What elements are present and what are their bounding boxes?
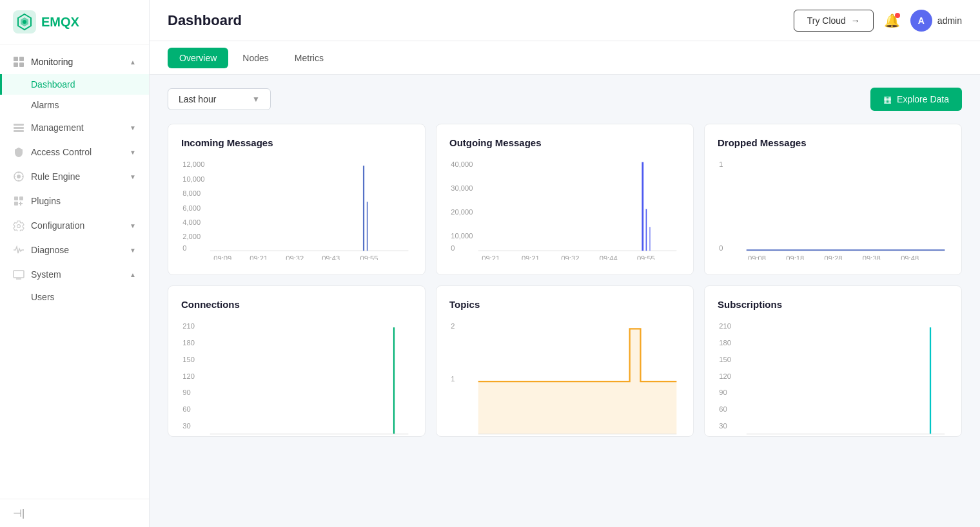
svg-text:210: 210 xyxy=(182,322,195,330)
nav-item-rule-engine[interactable]: Rule Engine ▼ xyxy=(0,164,149,189)
management-icon xyxy=(13,122,24,133)
svg-text:1: 1 xyxy=(451,375,455,383)
svg-rect-7 xyxy=(19,62,24,67)
nav-item-diagnose[interactable]: Diagnose ▼ xyxy=(0,238,149,262)
chart-title-subscriptions: Subscriptions xyxy=(718,299,948,310)
emqx-logo-icon xyxy=(13,10,36,34)
svg-text:09:08: 09:08 xyxy=(748,254,766,260)
nav-sub-alarms[interactable]: Alarms xyxy=(0,95,149,115)
chart-subscriptions: Subscriptions 210 180 150 120 90 60 30 xyxy=(704,285,962,437)
collapse-icon: ⊣| xyxy=(13,508,24,519)
svg-text:8,000: 8,000 xyxy=(182,189,201,197)
try-cloud-label: Try Cloud xyxy=(807,15,846,26)
logo-text: EMQX xyxy=(41,15,79,30)
tab-overview[interactable]: Overview xyxy=(168,48,228,68)
svg-text:20,000: 20,000 xyxy=(451,208,473,216)
explore-data-label: Explore Data xyxy=(897,94,949,104)
configuration-icon xyxy=(13,220,24,231)
svg-text:1: 1 xyxy=(719,160,723,168)
chart-svg-subscriptions: 210 180 150 120 90 60 30 xyxy=(718,320,948,436)
notifications-button[interactable]: 🔔 xyxy=(884,13,900,28)
nav-label-rule-engine: Rule Engine xyxy=(31,171,80,182)
chart-svg-dropped: 1 0 09:08 09:18 09:28 09:38 09:48 xyxy=(718,158,948,260)
svg-rect-5 xyxy=(19,57,24,61)
nav-item-monitoring[interactable]: Monitoring ▲ xyxy=(0,50,149,74)
nav-label-configuration: Configuration xyxy=(31,220,84,231)
svg-text:09:28: 09:28 xyxy=(825,254,843,260)
tabs-bar: Overview Nodes Metrics xyxy=(150,41,980,75)
charts-row-2: Connections 210 180 150 120 90 60 30 xyxy=(168,285,962,437)
access-control-icon xyxy=(13,146,24,158)
admin-label: admin xyxy=(937,15,962,26)
svg-rect-6 xyxy=(14,62,18,67)
page-title: Dashboard xyxy=(168,12,242,29)
svg-text:0: 0 xyxy=(182,244,186,252)
svg-text:09:18: 09:18 xyxy=(786,254,804,260)
toolbar-row: Last hour ▼ ▦ Explore Data xyxy=(168,88,962,111)
svg-text:09:21: 09:21 xyxy=(482,254,500,260)
chevron-rule-engine: ▼ xyxy=(130,173,136,180)
chevron-configuration: ▼ xyxy=(130,222,136,229)
svg-text:09:21: 09:21 xyxy=(522,254,540,260)
chart-topics: Topics 2 1 xyxy=(436,285,694,437)
nav-label-access-control: Access Control xyxy=(31,147,92,157)
svg-text:0: 0 xyxy=(719,244,723,252)
chart-incoming-messages: Incoming Messages 12,000 10,000 8,000 6,… xyxy=(168,124,426,275)
svg-text:09:21: 09:21 xyxy=(250,254,268,260)
time-select-dropdown[interactable]: Last hour ▼ xyxy=(168,88,271,110)
chart-area-incoming: 12,000 10,000 8,000 6,000 4,000 2,000 0 xyxy=(181,158,412,262)
nav-sub-dashboard[interactable]: Dashboard xyxy=(0,74,149,95)
explore-data-button[interactable]: ▦ Explore Data xyxy=(870,88,962,111)
nav-item-access-control[interactable]: Access Control ▼ xyxy=(0,140,149,164)
explore-data-icon: ▦ xyxy=(883,94,892,104)
chart-area-outgoing: 40,000 30,000 20,000 10,000 0 xyxy=(449,158,680,262)
svg-rect-17 xyxy=(14,196,18,200)
chart-title-outgoing: Outgoing Messages xyxy=(449,137,680,148)
chart-area-topics: 2 1 xyxy=(449,320,680,423)
svg-text:10,000: 10,000 xyxy=(451,232,473,240)
nav-label-diagnose: Diagnose xyxy=(31,245,69,255)
sidebar: EMQX Monitoring ▲ Dashboard Alarms xyxy=(0,0,150,527)
chart-svg-connections: 210 180 150 120 90 60 30 xyxy=(181,320,412,436)
nav-item-configuration[interactable]: Configuration ▼ xyxy=(0,213,149,238)
nav-label-system: System xyxy=(31,269,61,280)
sidebar-collapse[interactable]: ⊣| xyxy=(0,499,149,527)
chart-outgoing-messages: Outgoing Messages 40,000 30,000 20,000 1… xyxy=(436,124,694,275)
svg-text:2: 2 xyxy=(451,322,455,330)
svg-text:40,000: 40,000 xyxy=(451,160,473,168)
nav-item-system[interactable]: System ▲ xyxy=(0,262,149,287)
svg-text:150: 150 xyxy=(719,356,731,363)
chevron-management: ▼ xyxy=(130,124,136,131)
diagnose-icon xyxy=(13,244,24,256)
chart-area-connections: 210 180 150 120 90 60 30 xyxy=(181,320,412,423)
svg-rect-4 xyxy=(14,57,18,61)
header: Dashboard Try Cloud → 🔔 A admin xyxy=(150,0,980,41)
svg-rect-9 xyxy=(14,127,24,129)
svg-text:120: 120 xyxy=(182,372,195,380)
chart-title-topics: Topics xyxy=(449,299,680,310)
chart-svg-topics: 2 1 xyxy=(449,320,680,436)
notification-dot xyxy=(895,13,900,18)
svg-text:09:38: 09:38 xyxy=(863,254,881,260)
time-select-label: Last hour xyxy=(179,94,216,104)
nav-sub-users[interactable]: Users xyxy=(0,287,149,307)
nav-item-plugins[interactable]: Plugins xyxy=(0,189,149,213)
chart-title-connections: Connections xyxy=(181,299,412,310)
avatar: A xyxy=(910,10,932,32)
svg-rect-8 xyxy=(14,124,24,126)
tab-metrics[interactable]: Metrics xyxy=(283,48,335,68)
chart-connections: Connections 210 180 150 120 90 60 30 xyxy=(168,285,426,437)
svg-point-12 xyxy=(17,175,21,178)
nav-item-management[interactable]: Management ▼ xyxy=(0,115,149,140)
svg-text:30: 30 xyxy=(182,422,190,430)
svg-text:90: 90 xyxy=(182,388,190,396)
svg-text:60: 60 xyxy=(182,405,190,413)
tab-nodes[interactable]: Nodes xyxy=(231,48,280,68)
sidebar-nav: Monitoring ▲ Dashboard Alarms Management… xyxy=(0,44,149,499)
svg-text:30,000: 30,000 xyxy=(451,184,473,192)
svg-text:60: 60 xyxy=(719,405,727,413)
chart-title-dropped: Dropped Messages xyxy=(718,137,948,148)
chevron-monitoring: ▲ xyxy=(130,59,136,66)
chevron-access-control: ▼ xyxy=(130,149,136,156)
try-cloud-button[interactable]: Try Cloud → xyxy=(794,10,874,32)
